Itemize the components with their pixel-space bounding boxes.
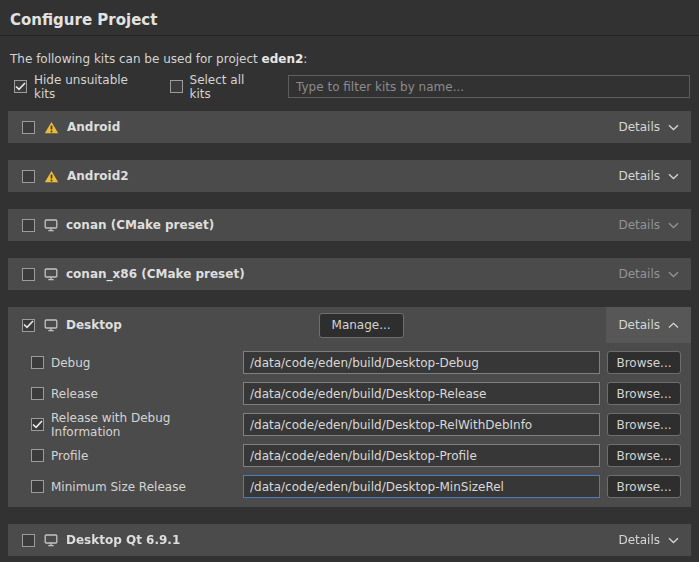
details-label: Details (618, 318, 660, 332)
browse-button[interactable]: Browse... (607, 382, 681, 405)
kit-row-conan-x86: conan_x86 (CMake preset) Details (8, 258, 691, 290)
details-toggle[interactable]: Details (606, 209, 691, 241)
details-toggle[interactable]: Details (606, 111, 691, 143)
warning-icon (44, 121, 59, 134)
select-all-label: Select all kits (190, 73, 265, 101)
desktop-icon (44, 219, 58, 232)
details-toggle[interactable]: Details (606, 160, 691, 192)
kits-description-suffix: : (303, 52, 307, 66)
select-all-checkbox[interactable] (170, 80, 183, 93)
chevron-up-icon (668, 322, 679, 329)
build-dir-input[interactable] (243, 475, 600, 498)
kit-filter-input[interactable] (288, 75, 690, 98)
config-label: Minimum Size Release (51, 480, 243, 494)
check-mark-icon (23, 320, 34, 329)
browse-button[interactable]: Browse... (607, 444, 681, 467)
check-mark-icon (32, 420, 43, 429)
configure-project-page: Configure Project The following kits can… (0, 0, 699, 556)
chevron-down-icon (668, 173, 679, 180)
filter-bar: Hide unsuitable kits Select all kits (14, 75, 690, 98)
kit-checkbox[interactable] (22, 268, 35, 281)
browse-button[interactable]: Browse... (607, 413, 681, 436)
kits-description-prefix: The following kits can be used for proje… (10, 52, 262, 66)
config-label: Release (51, 387, 243, 401)
build-config-row-debug: Debug Browse... (31, 351, 681, 374)
hide-unsuitable-label: Hide unsuitable kits (34, 73, 146, 101)
build-dir-input[interactable] (243, 382, 600, 405)
details-label: Details (618, 533, 660, 547)
config-label: Profile (51, 449, 243, 463)
kit-name: Android2 (67, 169, 129, 183)
select-all-kits-option[interactable]: Select all kits (170, 73, 265, 101)
details-toggle[interactable]: Details (606, 307, 691, 343)
build-dir-input[interactable] (243, 413, 600, 436)
desktop-icon (44, 534, 58, 547)
kit-checkbox[interactable] (22, 219, 35, 232)
desktop-icon (44, 319, 58, 332)
chevron-down-icon (668, 537, 679, 544)
build-config-row-profile: Profile Browse... (31, 444, 681, 467)
config-checkbox[interactable] (31, 418, 44, 431)
page-title: Configure Project (0, 0, 699, 35)
kit-name: Android (67, 120, 120, 134)
kit-checkbox[interactable] (22, 121, 35, 134)
details-label: Details (618, 169, 660, 183)
build-config-row-release: Release Browse... (31, 382, 681, 405)
build-dir-input[interactable] (243, 444, 600, 467)
manage-kits-button[interactable]: Manage... (319, 313, 404, 338)
title-divider (0, 35, 699, 36)
chevron-down-icon (668, 222, 679, 229)
kit-row-conan: conan (CMake preset) Details (8, 209, 691, 241)
details-toggle[interactable]: Details (606, 524, 691, 556)
details-label: Details (618, 267, 660, 281)
build-config-row-minsizerel: Minimum Size Release Browse... (31, 475, 681, 498)
config-label: Release with Debug Information (51, 411, 243, 439)
kit-checkbox[interactable] (22, 319, 35, 332)
config-label: Debug (51, 356, 243, 370)
config-checkbox[interactable] (31, 480, 44, 493)
kit-name: Desktop (66, 318, 122, 332)
warning-icon (44, 170, 59, 183)
kit-row-android2: Android2 Details (8, 160, 691, 192)
details-label: Details (618, 120, 660, 134)
check-mark-icon (15, 82, 26, 91)
build-dir-input[interactable] (243, 351, 600, 374)
kit-list: Android Details Android2 Details (0, 111, 699, 556)
hide-unsuitable-kits-option[interactable]: Hide unsuitable kits (14, 73, 146, 101)
kit-name: conan_x86 (CMake preset) (66, 267, 245, 281)
kit-checkbox[interactable] (22, 534, 35, 547)
config-checkbox[interactable] (31, 387, 44, 400)
kit-row-android: Android Details (8, 111, 691, 143)
details-toggle[interactable]: Details (606, 258, 691, 290)
kit-row-desktop-qt-691: Desktop Qt 6.9.1 Details (8, 524, 691, 556)
kit-name: Desktop Qt 6.9.1 (66, 533, 180, 547)
project-name: eden2 (262, 52, 304, 66)
desktop-kit-header: Desktop Manage... Details (8, 307, 691, 343)
config-checkbox[interactable] (31, 449, 44, 462)
desktop-icon (44, 268, 58, 281)
kit-name: conan (CMake preset) (66, 218, 214, 232)
kits-description: The following kits can be used for proje… (10, 52, 689, 66)
browse-button[interactable]: Browse... (607, 475, 681, 498)
config-checkbox[interactable] (31, 356, 44, 369)
build-config-row-relwithdebinfo: Release with Debug Information Browse... (31, 413, 681, 436)
chevron-down-icon (668, 271, 679, 278)
chevron-down-icon (668, 124, 679, 131)
kit-row-desktop: Desktop Manage... Details Debug Browse..… (8, 307, 691, 507)
browse-button[interactable]: Browse... (607, 351, 681, 374)
kit-checkbox[interactable] (22, 170, 35, 183)
hide-unsuitable-checkbox[interactable] (14, 80, 27, 93)
details-label: Details (618, 218, 660, 232)
